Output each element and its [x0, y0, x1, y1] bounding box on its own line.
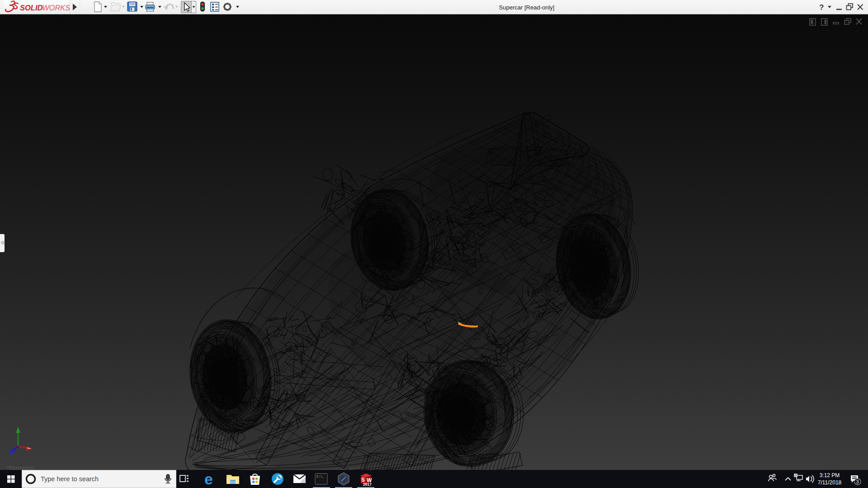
svg-text:SOLID: SOLID	[20, 4, 43, 12]
svg-text:?: ?	[819, 3, 824, 12]
svg-text:2017: 2017	[363, 482, 372, 487]
svg-text:e: e	[204, 470, 213, 488]
svg-text:C:\_: C:\_	[316, 475, 325, 479]
svg-text:Type here to search: Type here to search	[41, 475, 99, 483]
svg-text:WORKS: WORKS	[42, 4, 70, 12]
